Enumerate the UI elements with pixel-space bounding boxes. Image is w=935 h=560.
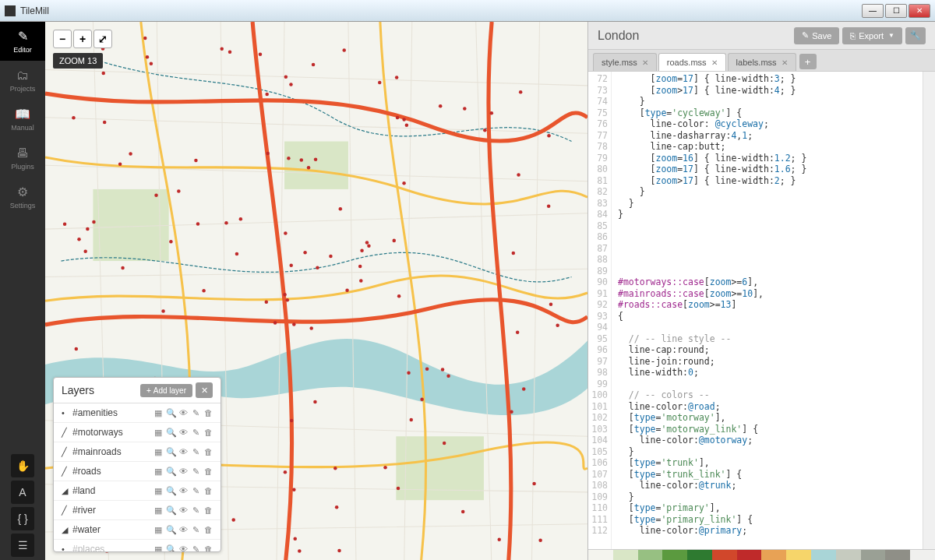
visibility-icon[interactable]: 👁 xyxy=(178,408,188,418)
layer-row[interactable]: ◢ #water ▦ 🔍 👁 ✎ 🗑 xyxy=(54,520,221,540)
hand-tool[interactable]: ✋ xyxy=(11,454,34,477)
maximize-button[interactable]: ☐ xyxy=(885,4,907,18)
delete-icon[interactable]: 🗑 xyxy=(203,447,213,457)
visibility-icon[interactable]: 👁 xyxy=(178,467,188,477)
color-swatch[interactable] xyxy=(588,550,613,560)
sidebar-item-plugins[interactable]: 🖶Plugins xyxy=(0,139,45,178)
tab-close-icon[interactable]: ✕ xyxy=(711,58,718,67)
add-tab-button[interactable]: + xyxy=(799,54,817,69)
zoom-icon[interactable]: 🔍 xyxy=(166,544,175,552)
delete-icon[interactable]: 🗑 xyxy=(203,525,213,535)
bracket-tool[interactable]: { } xyxy=(11,507,34,530)
delete-icon[interactable]: 🗑 xyxy=(203,544,213,552)
data-icon[interactable]: ▦ xyxy=(153,486,163,496)
export-button[interactable]: ⎘Export▼ xyxy=(842,27,902,44)
minimize-button[interactable]: — xyxy=(862,4,884,18)
delete-icon[interactable]: 🗑 xyxy=(203,408,213,418)
delete-icon[interactable]: 🗑 xyxy=(203,505,213,516)
edit-icon[interactable]: ✎ xyxy=(191,486,200,496)
visibility-icon[interactable]: 👁 xyxy=(178,544,188,552)
layers-tool[interactable]: ☰ xyxy=(11,534,34,557)
color-swatch[interactable] xyxy=(638,550,663,560)
tab-close-icon[interactable]: ✕ xyxy=(642,58,648,67)
svg-point-23 xyxy=(339,207,343,211)
fullscreen-button[interactable]: ⤢ xyxy=(94,30,112,48)
edit-icon[interactable]: ✎ xyxy=(191,467,200,477)
data-icon[interactable]: ▦ xyxy=(153,525,163,535)
geometry-icon: ◢ xyxy=(62,525,72,535)
color-swatch[interactable] xyxy=(613,550,638,560)
save-button[interactable]: ✎Save xyxy=(794,27,839,44)
layer-row[interactable]: • #amenities ▦ 🔍 👁 ✎ 🗑 xyxy=(54,403,221,423)
zoom-icon[interactable]: 🔍 xyxy=(166,486,175,496)
visibility-icon[interactable]: 👁 xyxy=(178,447,188,457)
layer-row[interactable]: ╱ #mainroads ▦ 🔍 👁 ✎ 🗑 xyxy=(54,442,221,462)
visibility-icon[interactable]: 👁 xyxy=(178,525,188,535)
layer-row[interactable]: ╱ #river ▦ 🔍 👁 ✎ 🗑 xyxy=(54,501,221,520)
edit-icon[interactable]: ✎ xyxy=(191,428,200,438)
color-swatch[interactable] xyxy=(910,550,935,560)
layers-close-button[interactable]: ✕ xyxy=(196,382,213,398)
visibility-icon[interactable]: 👁 xyxy=(178,505,188,516)
tab-roads-mss[interactable]: roads.mss✕ xyxy=(658,53,726,71)
data-icon[interactable]: ▦ xyxy=(153,408,163,418)
layers-panel: Layers +Add layer ✕ • #amenities ▦ 🔍 👁 ✎… xyxy=(53,377,221,552)
color-swatch[interactable] xyxy=(811,550,836,560)
delete-icon[interactable]: 🗑 xyxy=(203,486,213,496)
text-tool[interactable]: A xyxy=(11,481,34,504)
zoom-in-button[interactable]: + xyxy=(73,30,92,48)
color-swatch[interactable] xyxy=(885,550,910,560)
color-swatch[interactable] xyxy=(737,550,762,560)
svg-point-99 xyxy=(316,266,319,270)
color-swatch[interactable] xyxy=(712,550,737,560)
sidebar-item-editor[interactable]: ✎Editor xyxy=(0,22,45,61)
edit-icon[interactable]: ✎ xyxy=(191,525,200,535)
edit-icon[interactable]: ✎ xyxy=(191,505,200,516)
zoom-icon[interactable]: 🔍 xyxy=(166,428,175,438)
edit-icon[interactable]: ✎ xyxy=(191,408,200,418)
data-icon[interactable]: ▦ xyxy=(153,505,163,516)
visibility-icon[interactable]: 👁 xyxy=(178,428,188,438)
svg-point-71 xyxy=(378,81,382,85)
tab-style-mss[interactable]: style.mss✕ xyxy=(593,53,657,71)
color-swatch[interactable] xyxy=(786,550,811,560)
data-icon[interactable]: ▦ xyxy=(153,544,163,552)
zoom-icon[interactable]: 🔍 xyxy=(166,525,175,535)
sidebar-item-projects[interactable]: 🗂Projects xyxy=(0,61,45,100)
code-editor[interactable]: [zoom=17] { line-width:3; } [zoom>17] { … xyxy=(612,72,923,549)
delete-icon[interactable]: 🗑 xyxy=(203,428,213,438)
color-swatch[interactable] xyxy=(836,550,861,560)
sidebar-item-settings[interactable]: ⚙Settings xyxy=(0,178,45,217)
zoom-out-button[interactable]: − xyxy=(53,30,72,48)
color-swatch[interactable] xyxy=(662,550,687,560)
tab-labels-mss[interactable]: labels.mss✕ xyxy=(728,53,796,71)
svg-point-88 xyxy=(522,387,526,391)
visibility-icon[interactable]: 👁 xyxy=(178,486,188,496)
color-swatch[interactable] xyxy=(687,550,712,560)
zoom-icon[interactable]: 🔍 xyxy=(166,408,175,418)
layer-row[interactable]: • #places ▦ 🔍 👁 ✎ 🗑 xyxy=(54,540,221,551)
data-icon[interactable]: ▦ xyxy=(153,428,163,438)
zoom-icon[interactable]: 🔍 xyxy=(166,467,175,477)
sidebar-item-manual[interactable]: 📖Manual xyxy=(0,100,45,139)
close-button[interactable]: ✕ xyxy=(909,4,930,18)
map-panel[interactable]: − + ⤢ ZOOM 13 Layers +Add layer ✕ • #ame… xyxy=(45,22,587,560)
edit-icon[interactable]: ✎ xyxy=(191,544,200,552)
color-swatch[interactable] xyxy=(761,550,786,560)
settings-button[interactable]: 🔧 xyxy=(905,27,926,44)
layer-row[interactable]: ╱ #motorways ▦ 🔍 👁 ✎ 🗑 xyxy=(54,423,221,442)
tab-close-icon[interactable]: ✕ xyxy=(782,58,788,67)
edit-icon[interactable]: ✎ xyxy=(191,447,200,457)
layer-name: #land xyxy=(72,485,153,496)
layer-row[interactable]: ◢ #land ▦ 🔍 👁 ✎ 🗑 xyxy=(54,481,221,501)
color-swatch[interactable] xyxy=(861,550,886,560)
data-icon[interactable]: ▦ xyxy=(153,467,163,477)
data-icon[interactable]: ▦ xyxy=(153,447,163,457)
zoom-icon[interactable]: 🔍 xyxy=(166,447,175,457)
delete-icon[interactable]: 🗑 xyxy=(203,467,213,477)
zoom-icon[interactable]: 🔍 xyxy=(166,505,175,516)
svg-point-48 xyxy=(410,418,414,422)
add-layer-button[interactable]: +Add layer xyxy=(140,384,192,397)
scrollbar[interactable] xyxy=(923,72,935,549)
layer-row[interactable]: ╱ #roads ▦ 🔍 👁 ✎ 🗑 xyxy=(54,462,221,481)
